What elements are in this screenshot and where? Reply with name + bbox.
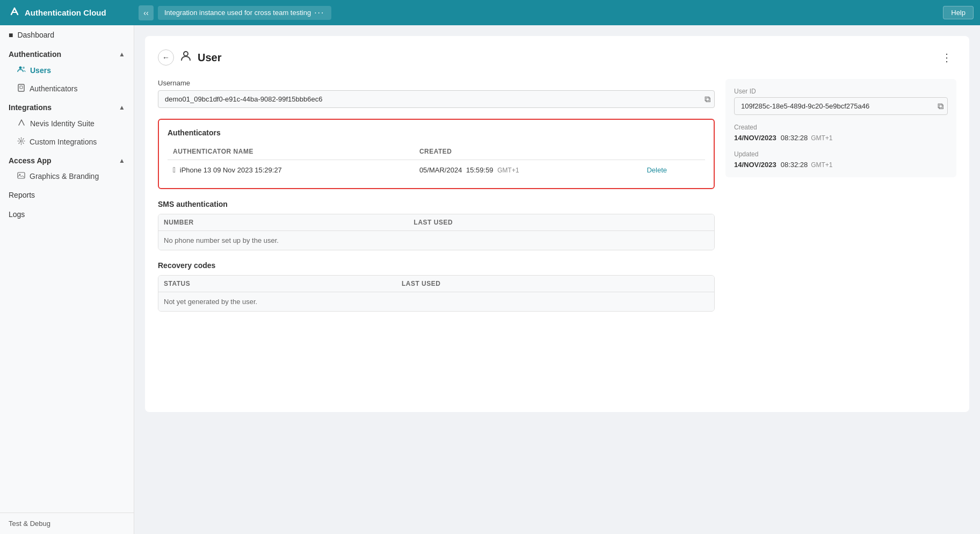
- dashboard-icon: ■: [9, 31, 13, 39]
- user-id-copy-button[interactable]: ⧉: [938, 102, 943, 111]
- info-sidebar: User ID ⧉ Created: [725, 79, 956, 322]
- username-input[interactable]: [158, 90, 715, 108]
- col-number: NUMBER: [158, 214, 409, 231]
- sidebar-item-reports[interactable]: Reports: [0, 185, 134, 205]
- username-field-wrapper: ⧉: [158, 90, 715, 108]
- recovery-table-wrapper: STATUS LAST USED Not yet generated by th…: [158, 275, 715, 312]
- sidebar-item-authenticators[interactable]: Authenticators: [0, 80, 134, 98]
- svg-point-1: [23, 67, 25, 69]
- username-copy-button[interactable]: ⧉: [705, 95, 710, 104]
- user-id-label: User ID: [734, 88, 948, 95]
- recovery-section-title: Recovery codes: [158, 261, 715, 270]
- app-logo-icon: [9, 5, 20, 20]
- authenticator-action-cell: Delete: [641, 160, 705, 180]
- sidebar-item-nevis[interactable]: Nevis Identity Suite: [0, 114, 134, 133]
- sidebar-dashboard-label: Dashboard: [17, 31, 54, 39]
- image-icon: [17, 171, 25, 181]
- logs-label: Logs: [9, 210, 25, 219]
- nevis-icon: [17, 118, 26, 128]
- sidebar-section-integrations[interactable]: Integrations ▲: [0, 98, 134, 114]
- user-icon: [179, 49, 192, 66]
- table-row: No phone number set up by the user.: [158, 231, 714, 250]
- col-authenticator-name: AUTHENTICATOR NAME: [168, 143, 414, 160]
- authenticators-section: Authenticators AUTHENTICATOR NAME CREATE…: [158, 119, 715, 189]
- sms-section-title: SMS authentication: [158, 200, 715, 208]
- content-main: Username ⧉ Authenticators A: [158, 79, 715, 322]
- integrations-label: Integrations: [9, 103, 52, 112]
- chevron-up-icon-3: ▲: [119, 157, 125, 164]
- chevron-left-icon: ‹‹: [143, 9, 148, 17]
- sidebar-item-graphics[interactable]: Graphics & Branding: [0, 167, 134, 185]
- table-row:  iPhone 13 09 Nov 2023 15:29:27 05/MAR/…: [168, 160, 705, 180]
- svg-rect-5: [18, 172, 25, 178]
- users-icon: [17, 65, 26, 75]
- breadcrumb-area: ‹‹ Integration instance used for cross t…: [134, 5, 943, 20]
- page-back-button[interactable]: ←: [158, 49, 174, 66]
- gear-icon: [17, 137, 25, 147]
- created-value: 14/NOV/2023 08:32:28 GMT+1: [734, 133, 948, 142]
- recovery-section: Recovery codes STATUS LAST USED: [158, 261, 715, 312]
- table-row: Not yet generated by the user.: [158, 292, 714, 312]
- chevron-up-icon: ▲: [119, 50, 125, 58]
- user-id-field: User ID ⧉: [734, 88, 948, 115]
- svg-point-7: [184, 52, 188, 56]
- sms-table: NUMBER LAST USED No phone number set up …: [158, 214, 714, 250]
- created-field: Created 14/NOV/2023 08:32:28 GMT+1: [734, 124, 948, 142]
- recovery-table: STATUS LAST USED Not yet generated by th…: [158, 276, 714, 311]
- sms-empty-message: No phone number set up by the user.: [158, 231, 714, 250]
- page-header-left: ← User: [158, 49, 221, 66]
- col-last-used: LAST USED: [409, 214, 714, 231]
- sidebar-graphics-label: Graphics & Branding: [30, 172, 99, 181]
- svg-point-4: [20, 140, 23, 142]
- sidebar-nevis-label: Nevis Identity Suite: [30, 119, 95, 128]
- authenticator-name-cell:  iPhone 13 09 Nov 2023 15:29:27: [168, 160, 414, 180]
- updated-label: Updated: [734, 150, 948, 158]
- page-title: User: [198, 52, 221, 64]
- sidebar-section-access-app[interactable]: Access App ▲: [0, 151, 134, 167]
- authenticators-icon: [17, 84, 25, 93]
- delete-authenticator-button[interactable]: Delete: [647, 166, 667, 174]
- breadcrumb-text: Integration instance used for cross team…: [164, 9, 311, 17]
- sidebar-custom-integrations-label: Custom Integrations: [30, 138, 97, 146]
- col-recovery-last-used: LAST USED: [396, 276, 714, 292]
- more-options-button[interactable]: ⋮: [937, 49, 956, 66]
- help-button[interactable]: Help: [943, 6, 974, 19]
- username-label: Username: [158, 79, 715, 87]
- authentication-label: Authentication: [9, 50, 61, 59]
- svg-point-0: [19, 67, 22, 69]
- col-created: CREATED: [414, 143, 642, 160]
- main-layout: ■ Dashboard Authentication ▲ Users: [0, 25, 980, 534]
- footer-label: Test & Debug: [9, 519, 50, 528]
- user-id-wrapper: ⧉: [734, 97, 948, 115]
- sidebar-item-custom-integrations[interactable]: Custom Integrations: [0, 133, 134, 151]
- app-logo-area: Authentication Cloud: [0, 5, 134, 20]
- app-title: Authentication Cloud: [25, 8, 106, 17]
- breadcrumb-label: Integration instance used for cross team…: [158, 6, 331, 20]
- sidebar-item-users[interactable]: Users: [0, 61, 134, 80]
- sidebar-section-authentication[interactable]: Authentication ▲: [0, 45, 134, 61]
- authenticators-section-title: Authenticators: [168, 128, 705, 137]
- authenticator-created-cell: 05/MAR/2024 15:59:59 GMT+1: [414, 160, 642, 180]
- page-header: ← User ⋮: [158, 49, 956, 66]
- sidebar-item-dashboard[interactable]: ■ Dashboard: [0, 25, 134, 45]
- access-app-label: Access App: [9, 156, 52, 165]
- svg-rect-2: [18, 84, 24, 91]
- created-label: Created: [734, 124, 948, 131]
- back-arrow-icon: ←: [162, 53, 170, 62]
- copy-icon: ⧉: [705, 95, 710, 104]
- sidebar-users-label: Users: [30, 66, 51, 75]
- sms-table-wrapper: NUMBER LAST USED No phone number set up …: [158, 214, 715, 250]
- reports-label: Reports: [9, 191, 35, 199]
- updated-field: Updated 14/NOV/2023 08:32:28 GMT+1: [734, 150, 948, 169]
- sidebar: ■ Dashboard Authentication ▲ Users: [0, 25, 134, 534]
- apple-icon: : [173, 165, 176, 174]
- svg-rect-3: [20, 86, 23, 89]
- page-card: ← User ⋮ Us: [145, 36, 969, 412]
- chevron-up-icon-2: ▲: [119, 104, 125, 111]
- sidebar-item-logs[interactable]: Logs: [0, 205, 134, 224]
- breadcrumb-back-button[interactable]: ‹‹: [139, 5, 154, 20]
- sidebar-footer: Test & Debug: [0, 513, 134, 534]
- updated-value: 14/NOV/2023 08:32:28 GMT+1: [734, 160, 948, 169]
- sms-section: SMS authentication NUMBER LAST USED: [158, 200, 715, 250]
- user-id-input[interactable]: [734, 97, 948, 115]
